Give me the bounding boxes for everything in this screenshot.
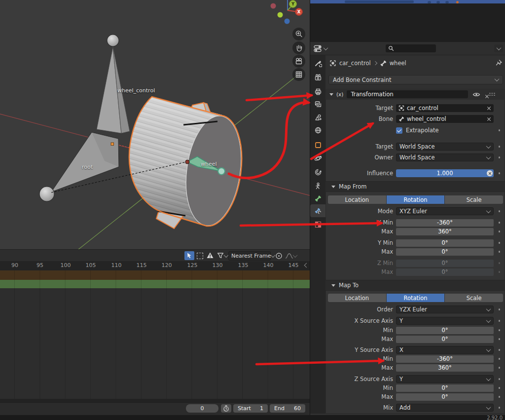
tab-physics[interactable]	[310, 152, 325, 165]
decorator-dot[interactable]	[499, 222, 501, 224]
only-show-errors-button[interactable]	[206, 251, 215, 260]
y-source-axis-dropdown[interactable]: X	[396, 346, 494, 354]
owner-space-dropdown[interactable]: World Space	[396, 153, 494, 161]
to-y-min-field[interactable]: -360°	[396, 355, 494, 363]
decorator-dot[interactable]	[499, 349, 501, 351]
decorator-dot[interactable]	[499, 396, 501, 398]
timeline-ruler[interactable]: 90 95 100 105 110 115 120 125 130 135 14…	[0, 261, 310, 270]
decorator-dot[interactable]	[499, 146, 501, 148]
mix-dropdown[interactable]: Add	[396, 404, 494, 412]
drag-handle-icon[interactable]	[489, 92, 496, 96]
decorator-dot[interactable]	[499, 308, 501, 310]
tab-view-layer[interactable]	[310, 98, 325, 111]
pan-hand-button[interactable]	[292, 41, 305, 54]
bone-field[interactable]: wheel_control	[396, 115, 494, 123]
box-select-button[interactable]	[196, 252, 204, 260]
tab-bone-constraints[interactable]	[310, 204, 326, 217]
toggle-ortho-grid-button[interactable]	[292, 68, 305, 81]
decorator-dot[interactable]	[499, 262, 501, 264]
from-z-min-field[interactable]: 0°	[396, 260, 494, 267]
x-source-axis-dropdown[interactable]: Y	[396, 317, 494, 325]
decorator-dot[interactable]	[499, 329, 501, 331]
dopesheet-summary-channel[interactable]	[0, 270, 310, 280]
breadcrumb-object[interactable]: car_control	[339, 60, 371, 67]
target-space-dropdown[interactable]: World Space	[396, 143, 494, 151]
to-z-min-field[interactable]: 0°	[396, 384, 494, 392]
tab-object-constraints[interactable]	[310, 166, 325, 179]
decorator-dot[interactable]	[499, 210, 501, 212]
decorator-dot[interactable]	[499, 338, 501, 340]
playback-sync-dropdown[interactable]: Nearest Frame	[228, 251, 271, 261]
target-field[interactable]: car_control	[396, 104, 494, 112]
tab-tool[interactable]	[310, 57, 325, 70]
tweak-tool-button[interactable]	[184, 251, 194, 260]
tab-world[interactable]	[310, 124, 325, 137]
mode-dropdown[interactable]: XYZ Euler	[396, 207, 494, 215]
use-preview-range-button[interactable]	[221, 404, 231, 413]
breadcrumb-bone[interactable]: wheel	[390, 60, 406, 67]
to-z-max-field[interactable]: 0°	[396, 393, 494, 401]
falloff-curve-button[interactable]	[285, 252, 297, 260]
tab-object-data-armature[interactable]	[310, 180, 325, 192]
extrapolate-checkbox[interactable]	[396, 127, 402, 134]
order-dropdown[interactable]: YZX Euler	[396, 305, 494, 313]
tab-output[interactable]	[310, 85, 325, 98]
tab-rotation[interactable]: Rotation	[387, 294, 445, 302]
tab-scene[interactable]	[310, 111, 325, 124]
filter-dropdown-button[interactable]	[494, 44, 503, 52]
filter-button[interactable]	[216, 252, 228, 260]
to-y-max-field[interactable]: 360°	[396, 364, 494, 372]
3d-viewport[interactable]: Y X wheel_control root wheel	[0, 0, 310, 249]
search-input[interactable]	[386, 44, 436, 52]
tab-location[interactable]: Location	[328, 294, 386, 302]
decorator-dot[interactable]	[499, 251, 501, 253]
editor-type-button[interactable]	[313, 44, 327, 53]
map-to-header[interactable]: Map To	[325, 280, 505, 291]
decorator-dot[interactable]	[499, 378, 501, 380]
decorator-dot[interactable]	[499, 358, 501, 360]
from-y-min-field[interactable]: 0°	[396, 239, 494, 247]
decorator-dot[interactable]	[499, 129, 501, 131]
tab-bone[interactable]	[310, 192, 325, 205]
decorator-dot[interactable]	[499, 407, 501, 409]
collapse-panel-icon[interactable]	[304, 263, 309, 268]
clear-bone-icon[interactable]	[487, 117, 491, 121]
tab-render[interactable]	[310, 71, 325, 84]
decorator-dot[interactable]	[499, 172, 501, 174]
to-x-max-field[interactable]: 0°	[396, 336, 494, 343]
decorator-dot[interactable]	[499, 230, 501, 232]
from-z-max-field[interactable]: 0°	[396, 268, 494, 276]
tab-object[interactable]	[310, 139, 325, 152]
tab-location[interactable]: Location	[328, 195, 386, 204]
from-x-min-field[interactable]: -360°	[396, 219, 494, 227]
from-y-max-field[interactable]: 0°	[396, 248, 494, 256]
proportional-edit-button[interactable]	[275, 252, 283, 260]
decorator-dot[interactable]	[499, 387, 501, 389]
camera-view-button[interactable]	[292, 55, 305, 68]
dopesheet-grid-area[interactable]	[0, 288, 310, 399]
tab-scale[interactable]: Scale	[445, 195, 503, 204]
decorator-dot[interactable]	[499, 156, 501, 158]
horizontal-scrollbar[interactable]	[0, 399, 310, 402]
to-x-min-field[interactable]: 0°	[396, 327, 494, 334]
decorator-dot[interactable]	[499, 271, 501, 273]
decorator-dot[interactable]	[499, 320, 501, 322]
constraint-panel-header[interactable]: (x) Transformation	[325, 89, 505, 100]
tab-rotation[interactable]: Rotation	[387, 195, 445, 204]
constraint-name-field[interactable]: Transformation	[347, 90, 468, 98]
z-source-axis-dropdown[interactable]: Y	[396, 375, 494, 383]
map-from-header[interactable]: Map From	[325, 181, 505, 192]
current-frame-field[interactable]: 0	[186, 404, 218, 413]
clear-influence-icon[interactable]	[487, 170, 493, 176]
zoom-button[interactable]	[292, 28, 305, 40]
frame-end-field[interactable]: End 60	[270, 404, 305, 413]
frame-start-field[interactable]: Start 1	[233, 404, 268, 413]
pin-id-button[interactable]	[495, 59, 503, 67]
from-x-max-field[interactable]: 360°	[396, 228, 494, 235]
influence-slider[interactable]: 1.000	[396, 169, 494, 177]
decorator-dot[interactable]	[499, 367, 501, 369]
expand-triangle-icon[interactable]	[329, 93, 333, 96]
mute-constraint-button[interactable]	[472, 92, 480, 97]
tab-texture[interactable]	[310, 218, 325, 231]
clear-target-icon[interactable]	[487, 106, 491, 111]
